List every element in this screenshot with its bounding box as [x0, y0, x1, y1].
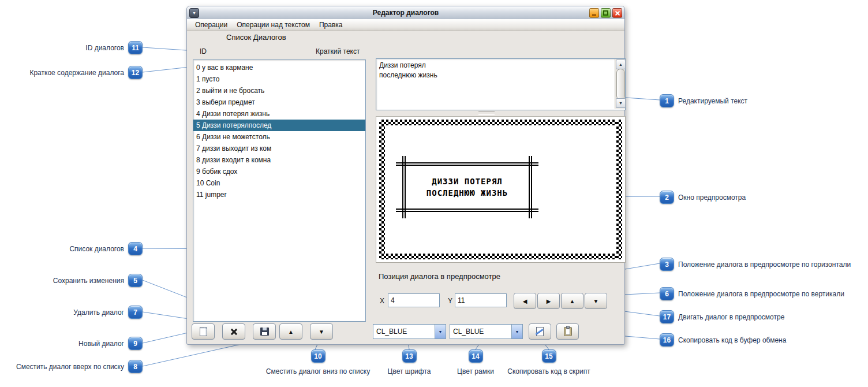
column-header-id: ID: [200, 47, 207, 55]
list-item[interactable]: 3 выбери предмет: [193, 96, 365, 108]
callout-label: Удалить диалог: [73, 308, 124, 317]
callout-1: 1 Редактируемый текст: [660, 94, 747, 107]
chevron-down-icon: ▼: [439, 330, 443, 334]
list-item[interactable]: 9 бобик сдох: [193, 166, 365, 177]
editor-text: Диззи потерял последнюю жизнь: [379, 61, 437, 80]
callout-label: ID диалогов: [85, 44, 124, 52]
frame-color-value: CL_BLUE: [450, 328, 511, 336]
callout-label: Список диалогов: [69, 245, 124, 253]
callout-8: Сместить диалог вверх по списку 8: [16, 360, 143, 373]
copy-code-to-script-button[interactable]: [529, 323, 551, 340]
callout-10: 10 Сместить диалог вниз по списку: [263, 349, 373, 375]
preview-text-line: ДИЗЗИ ПОТЕРЯЛ: [432, 176, 503, 187]
callout-6: 6 Положение диалога в предпросмотре по в…: [660, 287, 844, 300]
preview-ornament-border: [616, 120, 622, 259]
menu-edit[interactable]: Правка: [315, 20, 347, 30]
font-color-value: CL_BLUE: [373, 328, 435, 336]
save-dialog-button[interactable]: [253, 323, 276, 340]
up-arrow-icon: ▲: [570, 298, 575, 304]
callout-badge: 11: [128, 41, 143, 54]
callout-badge: 1: [660, 94, 674, 107]
move-up-button[interactable]: ▲: [561, 293, 583, 309]
callout-label: Положение диалога в предпросмотре по вер…: [678, 290, 844, 298]
callout-label: Положение диалога в предпросмотре по гор…: [678, 261, 851, 269]
callout-badge: 6: [660, 287, 674, 300]
frame-line: [402, 156, 406, 218]
callout-11: ID диалогов 11: [85, 41, 143, 54]
callout-badge: 16: [660, 333, 674, 347]
new-dialog-button[interactable]: [192, 323, 215, 340]
preview-window: ДИЗЗИ ПОТЕРЯЛ ПОСЛЕДНЮЮ ЖИЗНЬ: [376, 116, 626, 263]
list-item-selected[interactable]: 5 Диззи потерялпослед: [193, 120, 365, 131]
list-item[interactable]: 8 диззи входит в комна: [193, 154, 365, 166]
callout-badge: 7: [128, 306, 143, 319]
x-label: X: [380, 297, 384, 305]
callout-4: Список диалогов 4: [69, 242, 143, 255]
y-label: Y: [448, 297, 452, 305]
menu-operations[interactable]: Операции: [190, 20, 232, 30]
editor-scrollbar[interactable]: ▲ ▼: [615, 59, 625, 109]
copy-code-to-clipboard-button[interactable]: [556, 323, 579, 340]
menu-text-operations[interactable]: Операции над текстом: [232, 20, 315, 30]
x-input[interactable]: [388, 293, 440, 307]
list-item[interactable]: 1 пусто: [193, 73, 365, 85]
delete-dialog-button[interactable]: [222, 323, 245, 340]
minimize-button[interactable]: [589, 8, 599, 18]
list-item[interactable]: 2 выйти и не бросать: [193, 85, 365, 96]
font-color-select[interactable]: CL_BLUE ▼: [373, 324, 446, 339]
move-left-button[interactable]: ◀: [514, 293, 536, 309]
scroll-up-icon: ▲: [619, 62, 623, 66]
font-color-dropdown-button[interactable]: ▼: [435, 325, 446, 338]
preview-ornament-border: [379, 254, 622, 259]
dialog-list[interactable]: 0 у вас в кармане 1 пусто 2 выйти и не б…: [193, 59, 366, 322]
system-menu-button[interactable]: ▼: [189, 8, 199, 18]
dialog-text-editor[interactable]: Диззи потерял последнюю жизнь ▲ ▼: [376, 58, 626, 110]
new-document-icon: [200, 327, 207, 336]
list-item[interactable]: 4 Диззи потерял жизнь: [193, 108, 365, 120]
up-arrow-icon: ▲: [288, 329, 294, 335]
splitter-handle[interactable]: [478, 111, 495, 115]
move-dialog-down-button[interactable]: ▼: [310, 323, 333, 340]
callout-label: Окно предпросмотра: [678, 194, 746, 202]
maximize-button[interactable]: [601, 8, 611, 18]
move-dialog-up-button[interactable]: ▲: [279, 323, 302, 340]
callout-badge: 13: [402, 349, 417, 363]
list-item[interactable]: 6 Диззи не можетстоль: [193, 131, 365, 143]
callout-12: Краткое содержание диалога 12: [29, 66, 143, 79]
callout-9: Новый диалог 9: [78, 337, 143, 350]
frame-line: [396, 209, 538, 212]
scroll-up-button[interactable]: ▲: [616, 59, 626, 69]
titlebar[interactable]: ▼ Редактор диалогов: [187, 6, 624, 20]
frame-color-select[interactable]: CL_BLUE ▼: [450, 324, 523, 339]
window-title: Редактор диалогов: [187, 9, 624, 17]
y-input[interactable]: [455, 293, 507, 307]
preview-text-line: ПОСЛЕДНЮЮ ЖИЗНЬ: [426, 187, 508, 199]
chevron-down-icon: ▼: [515, 330, 519, 334]
scroll-down-button[interactable]: ▼: [616, 98, 626, 108]
preview-ornament-border: [379, 120, 385, 259]
callout-label: Краткое содержание диалога: [29, 69, 124, 77]
frame-color-dropdown-button[interactable]: ▼: [511, 325, 522, 338]
list-item[interactable]: 10 Coin: [193, 177, 365, 189]
list-item[interactable]: 11 jumper: [193, 189, 365, 200]
scrollbar-thumb[interactable]: [616, 69, 625, 100]
down-arrow-icon: ▼: [593, 298, 599, 304]
callout-badge: 3: [660, 258, 674, 271]
callout-label: Сместить диалог вниз по списку: [266, 367, 370, 375]
list-item[interactable]: 0 у вас в кармане: [193, 62, 365, 73]
move-down-button[interactable]: ▼: [585, 293, 607, 309]
menubar: Операции Операции над текстом Правка: [187, 19, 624, 31]
frame-line: [529, 156, 532, 218]
move-right-button[interactable]: ▶: [537, 293, 560, 309]
dialog-editor-window: ▼ Редактор диалогов Операции Операции на…: [186, 6, 625, 345]
left-arrow-icon: ◀: [523, 298, 527, 304]
callout-badge: 17: [660, 310, 674, 323]
list-item[interactable]: 7 диззи выходит из ком: [193, 143, 365, 154]
callout-badge: 8: [128, 360, 143, 373]
callout-label: Скопировать код в буфер обмена: [678, 336, 786, 344]
right-arrow-icon: ▶: [547, 298, 551, 304]
callout-badge: 10: [311, 349, 326, 363]
callout-3: 3 Положение диалога в предпросмотре по г…: [660, 258, 851, 271]
column-header-short-text: Краткий текст: [316, 47, 360, 55]
close-button[interactable]: [612, 8, 622, 18]
